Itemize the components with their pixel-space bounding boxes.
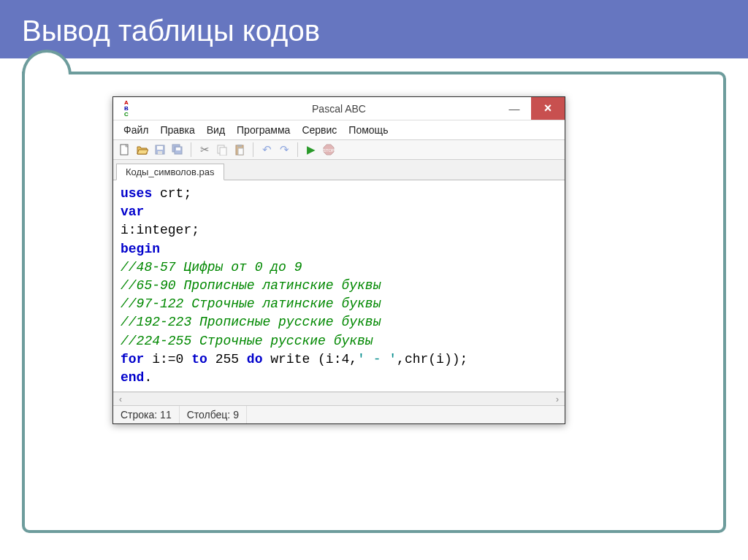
code-area[interactable]: uses crt; var i:integer; begin //48-57 Ц…	[113, 180, 565, 392]
svg-rect-6	[176, 147, 180, 150]
code-editor[interactable]: uses crt; var i:integer; begin //48-57 Ц…	[113, 180, 565, 405]
save-all-icon[interactable]	[170, 142, 185, 157]
new-file-icon[interactable]	[118, 142, 132, 157]
menu-file[interactable]: Файл	[118, 122, 154, 138]
stop-icon[interactable]: STOP	[321, 142, 336, 157]
slide-body: ABC Pascal ABC — × Файл Правка Вид Прогр…	[0, 58, 748, 555]
save-icon[interactable]	[153, 142, 167, 157]
scroll-right-icon[interactable]: ›	[552, 394, 563, 404]
open-file-icon[interactable]	[135, 142, 150, 157]
scroll-left-icon[interactable]: ‹	[115, 394, 126, 404]
toolbar: ✂ ↶ ↷ ▶ STOP	[113, 140, 565, 160]
svg-rect-10	[237, 145, 242, 147]
menu-service[interactable]: Сервис	[296, 122, 343, 138]
cut-icon[interactable]: ✂	[197, 142, 212, 157]
menu-help[interactable]: Помощь	[343, 122, 394, 138]
file-tab[interactable]: Коды_символов.pas	[116, 164, 224, 180]
file-tabstrip: Коды_символов.pas	[113, 160, 565, 180]
svg-rect-8	[220, 147, 226, 156]
menubar: Файл Правка Вид Программа Сервис Помощь	[113, 120, 565, 140]
status-line: Строка: 11	[113, 406, 180, 423]
menu-edit[interactable]: Правка	[154, 122, 200, 138]
menu-view[interactable]: Вид	[201, 122, 231, 138]
redo-icon[interactable]: ↷	[277, 142, 291, 157]
app-icon: ABC	[119, 101, 134, 116]
titlebar: ABC Pascal ABC — ×	[113, 97, 565, 120]
menu-program[interactable]: Программа	[231, 122, 296, 138]
statusbar: Строка: 11 Столбец: 9	[113, 405, 565, 423]
undo-icon[interactable]: ↶	[259, 142, 274, 157]
paste-icon[interactable]	[232, 142, 247, 157]
svg-rect-11	[238, 148, 243, 155]
status-col: Столбец: 9	[180, 406, 247, 423]
horizontal-scrollbar[interactable]: ‹ ›	[113, 392, 565, 405]
svg-rect-2	[157, 146, 163, 150]
svg-text:STOP: STOP	[323, 148, 335, 153]
slide-title: Вывод таблицы кодов	[0, 0, 748, 58]
svg-rect-3	[158, 151, 162, 154]
pascal-abc-window: ABC Pascal ABC — × Файл Правка Вид Прогр…	[112, 96, 565, 424]
minimize-button[interactable]: —	[497, 97, 531, 120]
run-icon[interactable]: ▶	[304, 142, 318, 157]
close-button[interactable]: ×	[531, 97, 565, 120]
copy-icon[interactable]	[215, 142, 229, 157]
content-frame: ABC Pascal ABC — × Файл Правка Вид Прогр…	[22, 72, 726, 533]
